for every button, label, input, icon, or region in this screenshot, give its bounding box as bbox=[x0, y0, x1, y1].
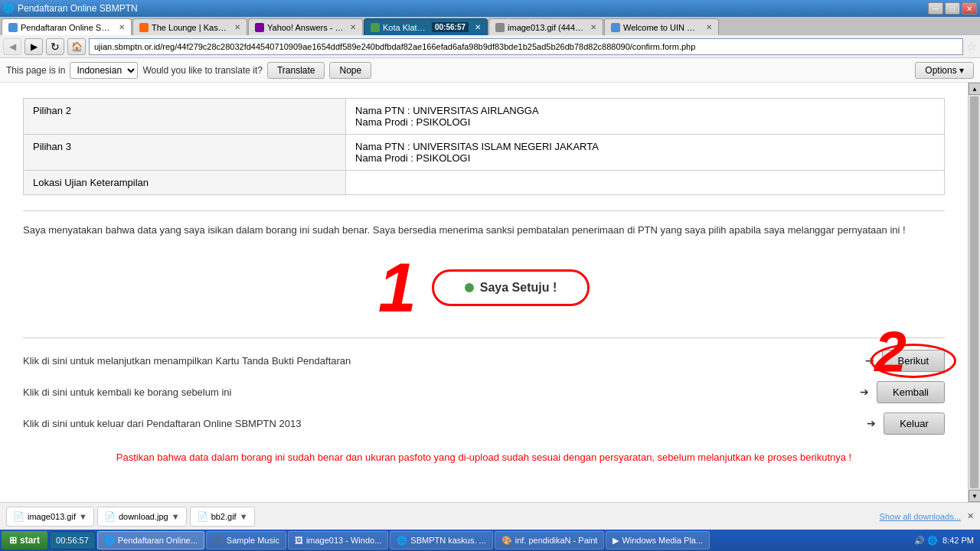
download-item-2[interactable]: 📄 download.jpg ▼ bbox=[97, 507, 187, 527]
actions-section: Klik di sini untuk melanjutkan menampilk… bbox=[23, 337, 945, 465]
taskbar-media[interactable]: ▶ Windows Media Pla... bbox=[606, 531, 710, 549]
tab-close-3[interactable]: ✕ bbox=[350, 23, 356, 31]
tab-favicon-5 bbox=[495, 23, 505, 32]
translation-bar: This page is in Indonesian Would you lik… bbox=[0, 58, 980, 83]
translate-button[interactable]: Translate bbox=[267, 62, 325, 79]
tab-favicon-6 bbox=[611, 23, 620, 32]
tab-label-3: Yahoo! Answers - Cara Men... bbox=[267, 23, 344, 32]
step2-number: 2 bbox=[874, 323, 906, 380]
taskbar-sbmptn-label: SBMPTN kaskus. ... bbox=[410, 536, 485, 545]
pilihan3-label: Pilihan 3 bbox=[24, 135, 346, 171]
download-name-3: bb2.gif bbox=[211, 512, 237, 521]
maximize-button[interactable]: □ bbox=[945, 2, 960, 15]
taskbar-music[interactable]: 🎵 Sample Music bbox=[206, 531, 286, 549]
start-button[interactable]: ⊞ start bbox=[2, 531, 47, 549]
download-arrow-1[interactable]: ▼ bbox=[79, 512, 87, 521]
taskbar-image-label: image013 - Windo... bbox=[306, 536, 381, 545]
tab-image013[interactable]: image013.gif (444×307) ✕ bbox=[488, 18, 603, 35]
close-button[interactable]: ✕ bbox=[962, 2, 977, 15]
tray-icons: 🔊 🌐 bbox=[914, 536, 938, 546]
pilihan2-label: Pilihan 2 bbox=[24, 99, 346, 135]
back-button[interactable]: ◀ bbox=[3, 38, 21, 55]
pilihan3-prodi: Nama Prodi : PSIKOLOGI bbox=[355, 152, 935, 164]
system-clock: 8:42 PM bbox=[942, 536, 974, 545]
downloads-close-button[interactable]: ✕ bbox=[967, 511, 974, 521]
arrow-icon-kembali: ➔ bbox=[860, 386, 869, 398]
tab-close-1[interactable]: ✕ bbox=[119, 23, 125, 31]
tab-close-6[interactable]: ✕ bbox=[706, 23, 712, 31]
browser-content: Pilihan 2 Nama PTN : UNIVERSITAS AIRLANG… bbox=[0, 83, 980, 502]
download-icon-2: 📄 bbox=[104, 511, 116, 522]
tab-uin[interactable]: Welcome to UIN Syarif Hida... ✕ bbox=[604, 18, 719, 35]
download-name-2: download.jpg bbox=[119, 512, 168, 521]
browser-favicon: 🌐 bbox=[3, 3, 15, 14]
refresh-button[interactable]: ↻ bbox=[46, 38, 64, 55]
pilihan2-ptn: Nama PTN : UNIVERSITAS AIRLANGGA bbox=[355, 105, 935, 116]
taskbar-sbmptn[interactable]: 🌐 SBMPTN kaskus. ... bbox=[390, 531, 492, 549]
scroll-thumb[interactable] bbox=[970, 96, 978, 488]
data-table: Pilihan 2 Nama PTN : UNIVERSITAS AIRLANG… bbox=[23, 98, 945, 195]
download-item-1[interactable]: 📄 image013.gif ▼ bbox=[6, 507, 94, 527]
arrow-icon-berikut: ➔ bbox=[865, 354, 874, 367]
taskbar-favicon-media: ▶ bbox=[612, 536, 619, 546]
taskbar-image[interactable]: 🖼 image013 - Windo... bbox=[288, 531, 388, 549]
tab-close-2[interactable]: ✕ bbox=[234, 23, 240, 31]
content-inner: Pilihan 2 Nama PTN : UNIVERSITAS AIRLANG… bbox=[0, 83, 968, 502]
show-all-downloads-button[interactable]: Show all downloads... bbox=[880, 512, 961, 521]
title-bar: 🌐 Pendaftaran Online SBMPTN ─ □ ✕ bbox=[0, 0, 980, 17]
step1-number: 1 bbox=[378, 253, 416, 322]
tab-favicon-4 bbox=[371, 23, 380, 32]
tab-favicon-3 bbox=[255, 23, 264, 32]
download-arrow-3[interactable]: ▼ bbox=[240, 512, 248, 521]
taskbar-pendaftaran[interactable]: 🌐 Pendaftaran Online... bbox=[97, 531, 204, 549]
action-text-berikut: Klik di sini untuk melanjutkan menampilk… bbox=[23, 355, 858, 367]
agree-label: Saya Setuju ! bbox=[480, 281, 557, 295]
warning-text: Pastikan bahwa data dalam borang ini sud… bbox=[23, 450, 945, 465]
taskbar-timer-label: 00:56:57 bbox=[56, 536, 89, 545]
browser-title: Pendaftaran Online SBMPTN bbox=[18, 3, 138, 14]
agreement-text: Saya menyatakan bahwa data yang saya isi… bbox=[23, 223, 945, 238]
action-row-keluar: Klik di sini untuk keluar dari Pendaftar… bbox=[23, 412, 945, 435]
tab-close-4[interactable]: ✕ bbox=[475, 23, 481, 31]
kembali-button[interactable]: Kembali bbox=[877, 381, 945, 403]
download-name-1: image013.gif bbox=[28, 512, 76, 521]
agree-button[interactable]: Saya Setuju ! bbox=[432, 269, 590, 306]
pilihan2-prodi: Nama Prodi : PSIKOLOGI bbox=[355, 116, 935, 128]
keluar-button[interactable]: Keluar bbox=[884, 412, 945, 435]
nav-bar: ◀ ▶ ↻ 🏠 ☆ bbox=[0, 35, 980, 58]
forward-button[interactable]: ▶ bbox=[24, 38, 43, 55]
home-button[interactable]: 🏠 bbox=[67, 38, 86, 55]
taskbar-paint-label: inf. pendidikaN - Paint bbox=[515, 536, 598, 545]
taskbar-timer[interactable]: 00:56:57 bbox=[49, 531, 96, 549]
windows-logo: ⊞ bbox=[9, 535, 17, 546]
tab-klaten[interactable]: Kota Klaten - W... 00:56:57 ✕ bbox=[364, 18, 488, 35]
download-item-3[interactable]: 📄 bb2.gif ▼ bbox=[190, 507, 255, 527]
tab-label-5: image013.gif (444×307) bbox=[508, 23, 584, 32]
tab-timer: 00:56:57 bbox=[432, 22, 469, 32]
agreement-section: Saya menyatakan bahwa data yang saya isi… bbox=[23, 210, 945, 476]
taskbar-favicon-music: 🎵 bbox=[213, 536, 224, 546]
tab-yahoo[interactable]: Yahoo! Answers - Cara Men... ✕ bbox=[248, 18, 363, 35]
scrollbar[interactable]: ▲ ▼ bbox=[968, 83, 980, 502]
download-icon-3: 📄 bbox=[197, 511, 208, 522]
tab-pendaftaran[interactable]: Pendaftaran Online SBMPTN ✕ bbox=[2, 18, 132, 35]
content-scroll[interactable]: Pilihan 2 Nama PTN : UNIVERSITAS AIRLANG… bbox=[0, 83, 968, 502]
translation-question: Would you like to translate it? bbox=[142, 65, 263, 76]
minimize-button[interactable]: ─ bbox=[928, 2, 943, 15]
table-row: Lokasi Ujian Keterampilan bbox=[24, 171, 945, 195]
taskbar-paint[interactable]: 🎨 inf. pendidikaN - Paint bbox=[495, 531, 605, 549]
tab-label-4: Kota Klaten - W... bbox=[383, 23, 429, 32]
scroll-down-button[interactable]: ▼ bbox=[969, 490, 980, 502]
tab-close-5[interactable]: ✕ bbox=[590, 23, 596, 31]
options-button[interactable]: Options ▾ bbox=[915, 62, 974, 79]
window-controls[interactable]: ─ □ ✕ bbox=[928, 2, 977, 15]
nope-button[interactable]: Nope bbox=[329, 62, 371, 79]
tab-kaskus[interactable]: The Lounge | Kaskus - The L... ✕ bbox=[132, 18, 247, 35]
bookmark-star[interactable]: ☆ bbox=[966, 39, 977, 54]
scroll-up-button[interactable]: ▲ bbox=[969, 83, 980, 95]
taskbar-music-label: Sample Music bbox=[227, 536, 279, 545]
download-arrow-2[interactable]: ▼ bbox=[172, 512, 180, 521]
language-select[interactable]: Indonesian bbox=[70, 62, 138, 79]
pilihan3-value: Nama PTN : UNIVERSITAS ISLAM NEGERI JAKA… bbox=[346, 135, 945, 171]
address-bar[interactable] bbox=[89, 38, 963, 55]
